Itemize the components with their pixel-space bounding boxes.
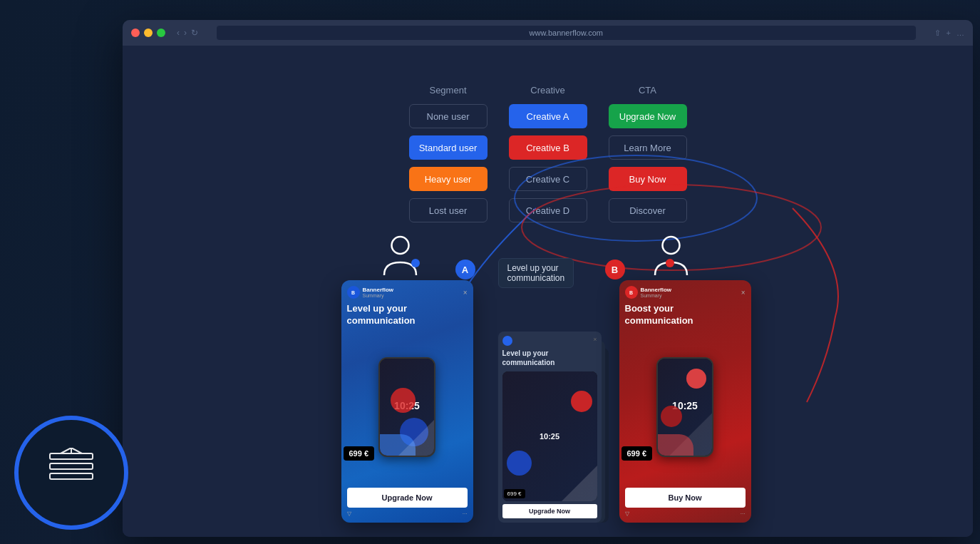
table-row: None user Creative A Upgrade Now — [398, 104, 698, 128]
browser-nav: ‹ › ↻ — [177, 28, 198, 38]
browser-titlebar: ‹ › ↻ www.bannerflow.com ⇧ + … — [123, 20, 973, 46]
svg-point-9 — [391, 237, 408, 254]
blue-banner-logo-icon: B — [347, 286, 360, 299]
popup-text: Level up your communication — [507, 263, 565, 283]
banner-blue: B Bannerflow Summary × Level up your com… — [341, 280, 473, 523]
browser-window: ‹ › ↻ www.bannerflow.com ⇧ + … Segment C… — [123, 20, 973, 537]
browser-url-bar[interactable]: www.bannerflow.com — [217, 26, 916, 40]
badge-b: B — [605, 260, 625, 279]
logo-icon — [43, 448, 100, 498]
table-row: Lost user Creative D Discover — [398, 198, 698, 222]
stacked-card-front: × Level up your communication 10:25 699 … — [498, 332, 602, 523]
traffic-light-green[interactable] — [157, 29, 165, 37]
red-banner-close[interactable]: × — [741, 289, 746, 297]
url-text: www.bannerflow.com — [530, 29, 603, 37]
creative-d[interactable]: Creative D — [509, 198, 587, 222]
cta-discover[interactable]: Discover — [609, 198, 687, 222]
nav-reload[interactable]: ↻ — [191, 28, 198, 38]
cta-buy-now[interactable]: Buy Now — [609, 167, 687, 191]
blue-banner-title: Level up your communication — [347, 303, 468, 327]
traffic-light-red[interactable] — [131, 29, 140, 37]
creative-a[interactable]: Creative A — [509, 104, 587, 128]
outer-frame: ‹ › ↻ www.bannerflow.com ⇧ + … Segment C… — [0, 0, 980, 544]
header-segment: Segment — [406, 85, 491, 96]
header-cta: CTA — [605, 85, 691, 96]
segment-standard-user[interactable]: Standard user — [409, 135, 488, 160]
popup-label: Level up your communication — [498, 258, 574, 288]
red-banner-filter-icon: ▽ — [625, 510, 629, 517]
browser-share-icon[interactable]: ⇧ — [934, 29, 941, 38]
browser-add-icon[interactable]: + — [947, 29, 951, 38]
svg-rect-2 — [50, 473, 93, 479]
browser-controls: ⇧ + … — [934, 29, 964, 38]
red-banner-sub: Summary — [641, 293, 672, 298]
connector-dot-blue — [411, 259, 420, 267]
creative-c[interactable]: Creative C — [509, 167, 587, 191]
traffic-light-yellow[interactable] — [144, 29, 153, 37]
nav-forward[interactable]: › — [184, 28, 187, 38]
creative-b[interactable]: Creative B — [509, 135, 587, 160]
logo-circle — [14, 416, 128, 530]
browser-content: Segment Creative CTA None user Creative … — [123, 46, 973, 537]
blue-banner-cta[interactable]: Upgrade Now — [347, 488, 468, 508]
red-banner-title: Boost your communication — [625, 303, 746, 327]
mini-time-2: 10:25 — [540, 432, 559, 441]
connector-dot-red — [666, 259, 674, 267]
mini-cta-2: Upgrade Now — [502, 504, 597, 518]
svg-line-5 — [71, 448, 82, 453]
table-row: Standard user Creative B Learn More — [398, 135, 698, 160]
browser-more-icon[interactable]: … — [956, 29, 964, 38]
segment-none-user[interactable]: None user — [409, 104, 488, 128]
badge-a: A — [455, 260, 475, 279]
segment-heavy-user[interactable]: Heavy user — [409, 167, 488, 191]
red-banner-logo-icon: B — [625, 286, 638, 299]
red-banner-more-icon[interactable]: ··· — [741, 510, 746, 517]
blue-price-tag: 699 € — [344, 446, 375, 461]
table-row: Heavy user Creative C Buy Now — [398, 167, 698, 191]
segment-table: Segment Creative CTA None user Creative … — [398, 85, 698, 230]
segment-lost-user[interactable]: Lost user — [409, 198, 488, 222]
banner-red: B Bannerflow Summary × Boost your commun… — [619, 280, 751, 523]
blue-banner-filter-icon: ▽ — [347, 510, 351, 517]
nav-back[interactable]: ‹ — [177, 28, 180, 38]
blue-banner-phone: 10:25 — [378, 357, 435, 457]
red-banner-phone: 10:25 — [656, 357, 713, 457]
blue-banner-logo-text: Bannerflow — [363, 287, 394, 293]
cta-upgrade-now[interactable]: Upgrade Now — [609, 104, 687, 128]
header-creative: Creative — [505, 85, 591, 96]
red-price-tag: 699 € — [621, 446, 653, 461]
person-icon-blue — [381, 232, 420, 282]
svg-rect-1 — [50, 463, 93, 469]
blue-banner-sub: Summary — [363, 293, 394, 298]
blue-banner-close[interactable]: × — [463, 289, 468, 297]
svg-point-10 — [662, 237, 679, 254]
mini-card-title-2: Level up your communication — [502, 349, 597, 367]
blue-banner-more-icon[interactable]: ··· — [463, 510, 468, 517]
mini-price-2: 699 € — [504, 489, 525, 498]
cta-learn-more[interactable]: Learn More — [609, 135, 687, 160]
red-banner-cta[interactable]: Buy Now — [625, 488, 746, 508]
svg-line-3 — [61, 448, 71, 453]
person-icon-red — [651, 232, 691, 282]
svg-rect-0 — [50, 453, 93, 459]
red-banner-logo-text: Bannerflow — [641, 287, 672, 293]
table-headers: Segment Creative CTA — [398, 85, 698, 96]
